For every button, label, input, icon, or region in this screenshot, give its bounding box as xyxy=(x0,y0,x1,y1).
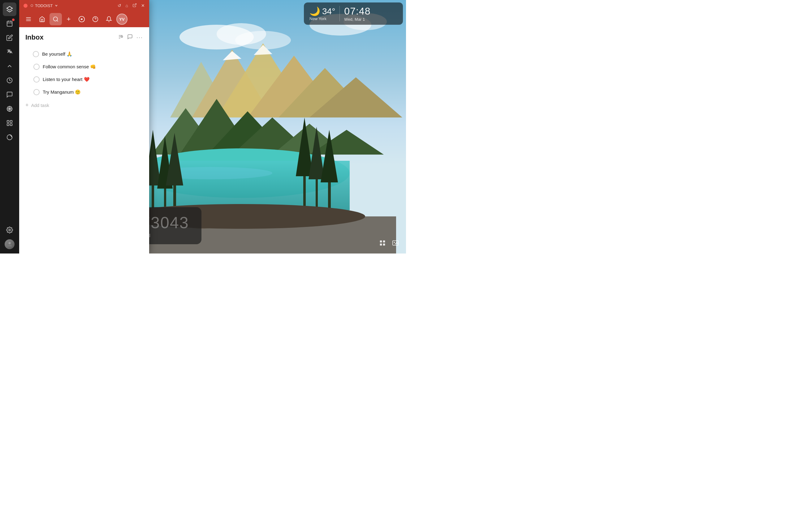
svg-rect-42 xyxy=(380,240,382,242)
sidebar-item-collapse[interactable] xyxy=(3,59,16,73)
weather-section: 🌙 34° New York xyxy=(309,6,335,21)
sidebar-item-grid[interactable] xyxy=(3,116,16,130)
main-content: Inbox xyxy=(19,27,149,253)
time-section: 07:48 Wed, Mar 1 xyxy=(344,6,370,22)
svg-point-65 xyxy=(54,17,58,21)
sidebar-item-settings[interactable] xyxy=(3,223,16,237)
app-title-chevron xyxy=(55,4,58,7)
sidebar-item-avatar[interactable] xyxy=(3,237,16,251)
search-button[interactable] xyxy=(50,13,62,25)
task-text: Try Manganum 🙂 xyxy=(43,89,143,95)
toolbar-avatar[interactable]: YV xyxy=(116,14,128,25)
sidebar-item-ai[interactable] xyxy=(3,102,16,116)
weather-icon: 🌙 xyxy=(309,6,320,16)
sidebar-item-calendar[interactable] xyxy=(3,17,16,30)
notifications-button[interactable] xyxy=(103,13,115,25)
app-title-area: TODOIST xyxy=(31,3,58,8)
home-icon[interactable]: ⌂ xyxy=(125,3,128,8)
clock-divider xyxy=(340,6,340,21)
task-edit-icon[interactable] xyxy=(131,51,136,57)
task-item[interactable]: Be yourself 🙏 ··· xyxy=(24,48,144,60)
comment-icon[interactable] xyxy=(127,34,133,41)
svg-rect-57 xyxy=(7,124,9,125)
task-text: Be yourself 🙏 xyxy=(42,51,128,57)
add-task-icon: + xyxy=(26,102,29,109)
add-task-row[interactable]: + Add task xyxy=(24,98,144,112)
task-checkbox[interactable] xyxy=(34,64,40,70)
sidebar-item-chat[interactable] xyxy=(3,88,16,101)
time-display: 07:48 xyxy=(344,6,370,17)
svg-line-61 xyxy=(134,3,136,5)
temperature-value: 34° xyxy=(322,6,335,16)
karma-button[interactable] xyxy=(75,13,88,25)
app-title: TODOIST xyxy=(35,3,53,8)
filter-icon[interactable] xyxy=(118,34,123,41)
svg-rect-56 xyxy=(10,121,12,122)
calendar-badge xyxy=(12,18,14,21)
svg-point-73 xyxy=(121,36,122,38)
temperature-display: 🌙 34° xyxy=(309,6,335,16)
task-item[interactable]: Try Manganum 🙂 xyxy=(24,86,144,98)
help-button[interactable] xyxy=(89,13,101,25)
task-checkbox[interactable] xyxy=(34,76,40,82)
sidebar-item-history[interactable] xyxy=(3,73,16,87)
task-more-icon[interactable]: ··· xyxy=(139,51,143,57)
svg-rect-45 xyxy=(383,243,385,245)
svg-point-59 xyxy=(9,229,10,231)
svg-line-66 xyxy=(57,20,58,22)
clock-widget: 🌙 34° New York 07:48 Wed, Mar 1 xyxy=(304,2,403,25)
refresh-icon[interactable]: ↺ xyxy=(117,3,121,8)
task-list: Be yourself 🙏 ··· Follow common sense 👊 xyxy=(24,48,144,112)
svg-rect-55 xyxy=(7,121,9,122)
svg-rect-58 xyxy=(10,124,12,125)
city-label: New York xyxy=(309,16,326,21)
task-checkbox[interactable] xyxy=(33,51,39,57)
inbox-title: Inbox xyxy=(26,34,118,42)
add-task-label: Add task xyxy=(31,103,49,108)
inbox-header: Inbox xyxy=(24,34,144,42)
close-button[interactable] xyxy=(23,4,28,8)
svg-rect-49 xyxy=(7,21,12,26)
bottom-bar xyxy=(377,238,400,248)
svg-rect-44 xyxy=(380,243,382,245)
more-options-icon[interactable]: ··· xyxy=(137,34,143,41)
menu-button[interactable] xyxy=(22,13,35,25)
external-icon[interactable] xyxy=(133,3,137,8)
task-item[interactable]: Listen to your heart ❤️ xyxy=(24,73,144,86)
sidebar-item-translate[interactable] xyxy=(3,45,16,59)
title-bar-actions: ↺ ⌂ ✕ xyxy=(117,3,145,8)
title-bar: TODOIST ↺ ⌂ ✕ xyxy=(19,0,149,11)
user-avatar xyxy=(5,239,14,249)
task-text: Follow common sense 👊 xyxy=(43,63,143,70)
inbox-actions: ··· xyxy=(118,34,143,41)
svg-marker-48 xyxy=(7,6,12,10)
app-logo-dot xyxy=(31,4,33,7)
task-text: Listen to your heart ❤️ xyxy=(43,76,143,82)
toolbar: + YV xyxy=(19,11,149,27)
sidebar-item-edit[interactable] xyxy=(3,31,16,45)
task-item[interactable]: Follow common sense 👊 xyxy=(24,60,144,73)
svg-point-47 xyxy=(394,242,395,243)
task-checkbox[interactable] xyxy=(34,89,40,95)
left-sidebar xyxy=(0,0,19,253)
home-button[interactable] xyxy=(36,13,48,25)
svg-rect-43 xyxy=(383,240,385,242)
grid-view-icon[interactable] xyxy=(377,238,388,248)
window-close-icon[interactable]: ✕ xyxy=(141,3,145,8)
sidebar-item-layers[interactable] xyxy=(3,2,16,16)
svg-point-60 xyxy=(8,242,10,244)
window-controls xyxy=(23,4,28,8)
todoist-window: TODOIST ↺ ⌂ ✕ xyxy=(19,0,149,253)
add-button[interactable]: + xyxy=(63,14,74,25)
sidebar-item-pacman[interactable] xyxy=(3,130,16,144)
image-view-icon[interactable] xyxy=(391,238,400,248)
date-display: Wed, Mar 1 xyxy=(344,17,365,22)
